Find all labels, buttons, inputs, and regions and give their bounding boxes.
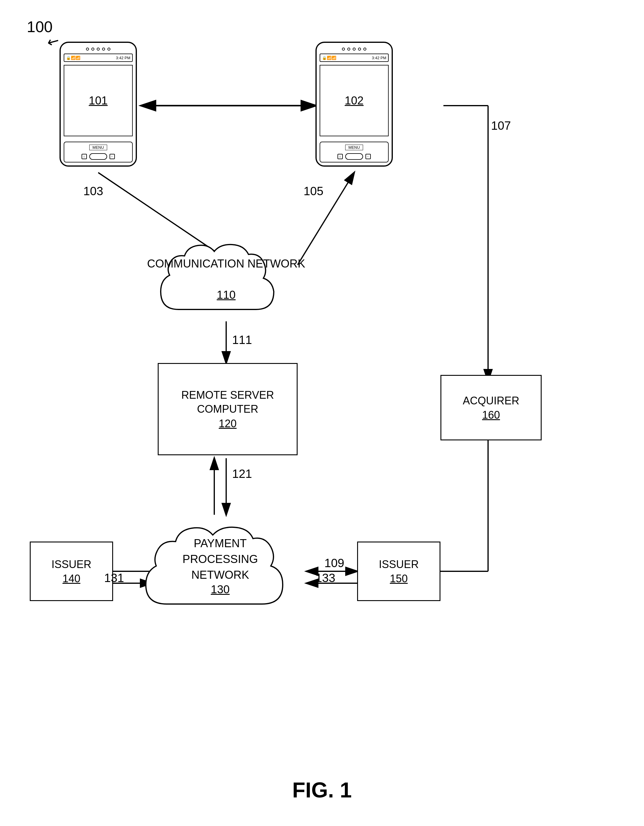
comm-network-label: COMMUNICATION NETWORK — [147, 256, 305, 272]
dot — [358, 48, 361, 51]
payment-network-ref: 130 — [211, 583, 230, 596]
left-icon-r: ⌂ — [337, 154, 343, 159]
arrow-111-label: 111 — [232, 333, 252, 347]
arrow-103-label: 103 — [83, 185, 103, 198]
menu-label-r: MENU — [345, 144, 363, 150]
comm-network-cloud: COMMUNICATION NETWORK 110 — [149, 232, 304, 327]
issuer-150-box: ISSUER 150 — [357, 542, 441, 601]
issuer-140-label: ISSUER — [51, 557, 92, 571]
payment-network-label: PAYMENTPROCESSINGNETWORK — [182, 536, 258, 583]
phone-left-ref: 101 — [89, 94, 107, 107]
arrow-109-label: 109 — [324, 556, 345, 570]
center-btn-r — [345, 153, 363, 160]
phone-top-dots-right — [342, 48, 366, 51]
phone-right-ref: 102 — [345, 94, 363, 107]
phone-right-bottom: MENU ⌂ ← — [320, 141, 389, 163]
issuer-140-box: ISSUER 140 — [30, 542, 113, 601]
arrow-131-label: 131 — [104, 571, 124, 585]
status-icons-r: 🔒📶📶 — [322, 56, 336, 60]
dot — [92, 48, 94, 51]
phone-left-status-bar: 🔒📶📶 3:42 PM — [64, 54, 133, 62]
remote-server-box: REMOTE SERVERCOMPUTER 120 — [158, 363, 298, 455]
acquirer-ref: 160 — [482, 409, 500, 421]
acquirer-box: ACQUIRER 160 — [441, 375, 542, 440]
dot — [102, 48, 105, 51]
remote-server-ref: 120 — [219, 418, 237, 430]
acquirer-label: ACQUIRER — [463, 394, 519, 408]
arrow-105-label: 105 — [304, 185, 323, 198]
arrow-133-label: 133 — [315, 571, 335, 585]
phone-left: 🔒📶📶 3:42 PM 101 MENU ⌂ ← — [59, 42, 137, 167]
arrow-121-label: 121 — [232, 467, 252, 481]
dot — [97, 48, 100, 51]
issuer-150-label: ISSUER — [379, 557, 419, 571]
center-btn — [89, 153, 107, 160]
dot — [353, 48, 355, 51]
dot — [363, 48, 366, 51]
ref-100-label: 100 — [27, 18, 53, 36]
right-icon: ← — [110, 154, 115, 159]
payment-network-cloud: PAYMENTPROCESSINGNETWORK 130 — [134, 512, 307, 625]
diagram-container: 100 ↙ 🔒📶📶 3:42 PM 101 MENU ⌂ ← — [0, 0, 644, 826]
left-icon: ⌂ — [82, 154, 87, 159]
status-icons: 🔒📶📶 — [66, 56, 80, 60]
comm-network-ref: 110 — [217, 289, 235, 301]
dot — [342, 48, 345, 51]
phone-right-screen: 102 — [320, 65, 389, 136]
phone-left-btn-row: ⌂ ← — [82, 153, 115, 160]
menu-label: MENU — [89, 144, 107, 150]
phone-right: 🔒📶📶 3:42 PM 102 MENU ⌂ ← — [315, 42, 393, 167]
right-icon-r: ← — [365, 154, 371, 159]
phone-left-bottom: MENU ⌂ ← — [64, 141, 133, 163]
dot — [107, 48, 110, 51]
status-time-r: 3:42 PM — [372, 56, 386, 60]
issuer-140-ref: 140 — [62, 573, 80, 585]
arrow-107-label: 107 — [491, 119, 511, 132]
phone-left-screen: 101 — [64, 65, 133, 136]
phone-right-btn-row: ⌂ ← — [337, 153, 371, 160]
remote-server-label: REMOTE SERVERCOMPUTER — [181, 388, 274, 416]
dot — [86, 48, 89, 51]
issuer-150-ref: 150 — [390, 573, 408, 585]
phone-right-status-bar: 🔒📶📶 3:42 PM — [320, 54, 389, 62]
phone-top-dots-left — [86, 48, 110, 51]
dot — [347, 48, 350, 51]
status-time: 3:42 PM — [116, 56, 130, 60]
figure-label: FIG. 1 — [292, 778, 352, 802]
